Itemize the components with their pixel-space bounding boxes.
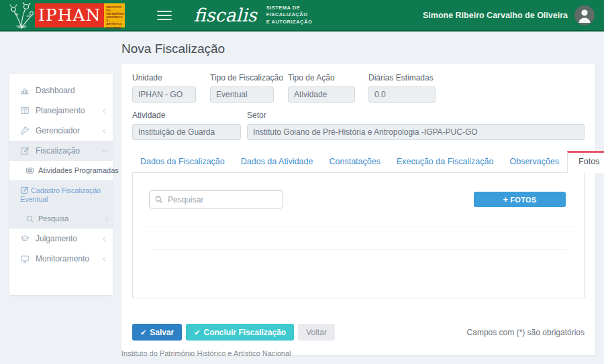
logo-sub-line: Artístico bbox=[106, 22, 123, 25]
fiscalizacao-submenu: Fiscalização Atividades Programadas Cada… bbox=[9, 141, 113, 229]
back-button[interactable]: Voltar bbox=[298, 324, 335, 341]
add-photos-button[interactable]: +FOTOS bbox=[474, 192, 566, 207]
atividade-input bbox=[132, 124, 241, 140]
photo-search bbox=[149, 190, 283, 208]
sidebar: Dashboard Planejamento Gerenciador Fisca… bbox=[9, 74, 113, 295]
sidebar-item-label: Planejamento bbox=[36, 107, 85, 115]
system-name-line: E AUTORIZAÇÃO bbox=[266, 19, 313, 26]
field-diarias-estimadas: Diárias Estimadas bbox=[368, 73, 436, 103]
monitor-icon bbox=[20, 254, 30, 263]
field-label: Setor bbox=[247, 111, 585, 120]
diarias-estimadas-input bbox=[368, 86, 436, 103]
field-label: Diárias Estimadas bbox=[368, 73, 436, 82]
system-name-line: SISTEMA DE bbox=[266, 5, 313, 12]
conclude-button-label: Concluir Fiscalização bbox=[203, 328, 286, 337]
fiscalis-brand: fiscalis bbox=[193, 5, 256, 25]
iphan-emblem-icon bbox=[8, 1, 35, 29]
sidebar-item-label: Dashboard bbox=[36, 86, 75, 95]
logo-sub-line: Histórico e bbox=[106, 15, 123, 22]
sidebar-item-cadastro-fiscalizacao-eventual[interactable]: Cadastro Fiscalização Eventual bbox=[9, 180, 113, 209]
hamburger-menu-icon[interactable] bbox=[157, 8, 172, 23]
logo-sub-line: Instituto do bbox=[106, 5, 123, 12]
graduation-cap-icon bbox=[20, 234, 30, 243]
book-icon bbox=[20, 106, 30, 115]
field-unidade: Unidade bbox=[132, 73, 196, 103]
empty-list-divider bbox=[142, 227, 575, 227]
check-icon: ✔ bbox=[194, 328, 200, 337]
empty-list-divider bbox=[152, 249, 567, 250]
app-header: IPHAN Instituto do Patrimônio Histórico … bbox=[0, 0, 604, 32]
sidebar-item-label: Julgamento bbox=[36, 235, 77, 243]
sidebar-item-label: Fiscalização bbox=[36, 147, 80, 156]
iphan-logo[interactable]: IPHAN bbox=[35, 3, 104, 27]
field-label: Atividade bbox=[132, 111, 241, 120]
setor-input bbox=[247, 124, 585, 140]
chevron-down-icon bbox=[101, 148, 107, 154]
sidebar-item-atividades-programadas[interactable]: Atividades Programadas bbox=[9, 161, 113, 180]
iphan-logo-subtext: Instituto do Patrimônio Histórico e Artí… bbox=[104, 3, 125, 27]
field-tipo-fiscalizacao: Tipo de Fiscalização bbox=[210, 73, 274, 103]
sidebar-item-label: Monitoramento bbox=[36, 255, 89, 263]
page-title: Nova Fiscalização bbox=[121, 42, 595, 56]
user-avatar-icon[interactable] bbox=[574, 5, 595, 25]
unidade-input bbox=[132, 86, 196, 103]
tipo-fiscalizacao-input bbox=[210, 86, 274, 103]
search-icon bbox=[154, 195, 163, 204]
bar-chart-icon bbox=[20, 86, 30, 95]
sidebar-item-label: Cadastro Fiscalização Eventual bbox=[20, 186, 101, 203]
sidebar-item-label: Gerenciador bbox=[36, 127, 80, 135]
main-content: Nova Fiscalização Unidade Tipo de Fiscal… bbox=[121, 42, 595, 355]
footer-text: Instituto do Patrimônio Histórico e Artí… bbox=[121, 349, 291, 357]
sidebar-item-fiscalizacao[interactable]: Fiscalização bbox=[9, 141, 113, 161]
user-name: Simone Ribeiro Carvalho de Oliveira bbox=[423, 11, 568, 20]
chevron-left-icon bbox=[104, 216, 110, 222]
tab-fotos[interactable]: Fotos bbox=[567, 151, 604, 173]
tipo-acao-input bbox=[288, 86, 355, 103]
field-label: Unidade bbox=[132, 73, 196, 82]
form-actions: ✔Salvar ✔Concluir Fiscalização Voltar Ca… bbox=[132, 324, 585, 341]
system-name-line: FISCALIZAÇÃO bbox=[266, 11, 313, 19]
edit-icon bbox=[20, 186, 29, 194]
chevron-left-icon bbox=[101, 128, 107, 134]
add-photos-label: FOTOS bbox=[510, 196, 536, 204]
logo-sub-line: Nacional bbox=[106, 26, 123, 29]
user-menu[interactable]: Simone Ribeiro Carvalho de Oliveira bbox=[423, 5, 595, 25]
sidebar-item-label: Pesquisa bbox=[38, 215, 68, 223]
sidebar-item-pesquisa[interactable]: Pesquisa bbox=[9, 209, 113, 229]
save-button[interactable]: ✔Salvar bbox=[132, 324, 182, 341]
tab-execucao-da-fiscalizacao[interactable]: Execução da Fiscalização bbox=[389, 151, 502, 172]
chevron-left-icon bbox=[101, 236, 107, 242]
form-card: Unidade Tipo de Fiscalização Tipo de Açã… bbox=[121, 64, 595, 355]
search-icon bbox=[26, 215, 34, 223]
form-row-1: Unidade Tipo de Fiscalização Tipo de Açã… bbox=[132, 73, 585, 103]
conclude-inspection-button[interactable]: ✔Concluir Fiscalização bbox=[186, 324, 294, 341]
save-button-label: Salvar bbox=[150, 328, 174, 337]
photo-search-input[interactable] bbox=[149, 190, 283, 208]
tab-bar: Dados da Fiscalização Dados da Atividade… bbox=[132, 151, 585, 172]
field-tipo-acao: Tipo de Ação bbox=[288, 73, 355, 103]
required-fields-note: Campos com (*) são obrigatórios bbox=[467, 328, 585, 337]
plus-icon: + bbox=[503, 194, 508, 204]
sidebar-item-dashboard[interactable]: Dashboard bbox=[9, 80, 113, 101]
sidebar-item-planejamento[interactable]: Planejamento bbox=[9, 101, 113, 121]
back-button-label: Voltar bbox=[306, 328, 327, 337]
tab-constatacoes[interactable]: Constatações bbox=[321, 151, 388, 172]
fotos-tab-panel: +FOTOS bbox=[132, 172, 585, 298]
form-row-2: Atividade Setor bbox=[132, 111, 585, 140]
chevron-left-icon bbox=[101, 256, 107, 262]
field-label: Tipo de Ação bbox=[288, 73, 355, 82]
tab-dados-da-fiscalizacao[interactable]: Dados da Fiscalização bbox=[132, 151, 233, 172]
check-icon: ✔ bbox=[140, 328, 146, 337]
tab-observacoes[interactable]: Observações bbox=[501, 151, 567, 172]
sidebar-item-monitoramento[interactable]: Monitoramento bbox=[9, 249, 113, 269]
fotos-toolbar: +FOTOS bbox=[133, 173, 584, 208]
edit-icon bbox=[20, 146, 30, 156]
field-atividade: Atividade bbox=[132, 111, 241, 140]
chevron-left-icon bbox=[101, 108, 107, 114]
tab-dados-da-atividade[interactable]: Dados da Atividade bbox=[233, 151, 321, 172]
sidebar-item-julgamento[interactable]: Julgamento bbox=[9, 229, 113, 249]
sidebar-item-gerenciador[interactable]: Gerenciador bbox=[9, 121, 113, 141]
field-setor: Setor bbox=[247, 111, 585, 140]
system-name: SISTEMA DE FISCALIZAÇÃO E AUTORIZAÇÃO bbox=[266, 5, 313, 26]
wrench-icon bbox=[20, 126, 30, 135]
